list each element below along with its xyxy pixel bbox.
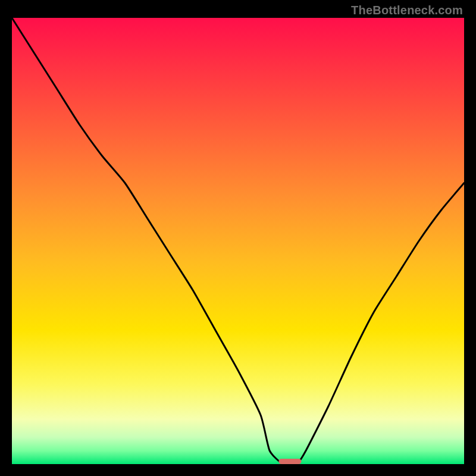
watermark-text: TheBottleneck.com (351, 4, 463, 17)
gradient-background (12, 18, 464, 464)
chart-frame: TheBottleneck.com (0, 0, 476, 476)
optimum-marker (278, 459, 301, 464)
plot-area (12, 18, 464, 464)
chart-svg (12, 18, 464, 464)
